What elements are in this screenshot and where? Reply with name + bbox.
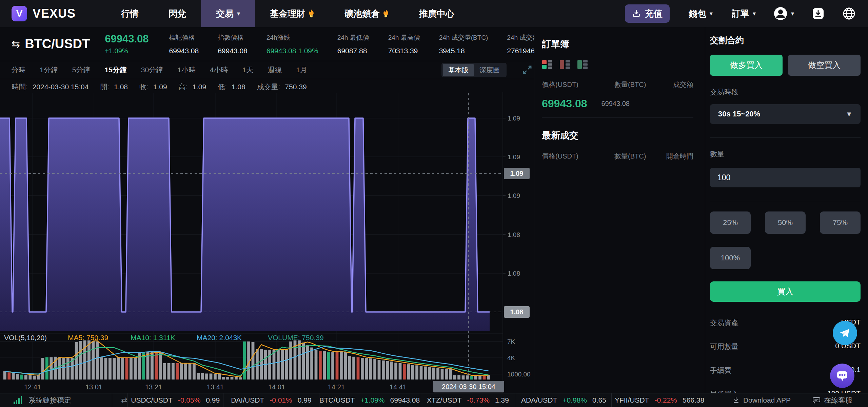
stat-value: 3945.18 bbox=[439, 47, 488, 55]
orderbook-col-header: 成交額 bbox=[646, 80, 693, 89]
brand-logo-icon[interactable]: V bbox=[12, 6, 27, 21]
percent-buttons: 25%50%75%100% bbox=[710, 211, 861, 269]
chevron-down-icon: ▾ bbox=[753, 10, 756, 17]
timeframe-30分鐘[interactable]: 30分鐘 bbox=[134, 65, 170, 75]
timeframe-1分鐘[interactable]: 1分鐘 bbox=[33, 65, 65, 75]
chart-mode-toggle: 基本版 深度圖 bbox=[441, 63, 507, 77]
price-change: +1.09% bbox=[105, 47, 149, 55]
percent-button-25[interactable]: 25% bbox=[710, 211, 751, 234]
buy-button[interactable]: 買入 bbox=[710, 281, 861, 302]
nav-item-5[interactable]: 礦池鎖倉 bbox=[330, 0, 404, 27]
ticker-DAI/USDT[interactable]: DAI/USDT-0.01%0.99 bbox=[223, 393, 319, 407]
svg-text:VOLUME: 750.39: VOLUME: 750.39 bbox=[268, 334, 324, 341]
svg-text:VOL(5,10,20): VOL(5,10,20) bbox=[4, 334, 47, 341]
trade-info-label: 交易資產 bbox=[710, 318, 738, 328]
orderbook-mark-price: 69943.08 bbox=[601, 100, 629, 108]
stat-label: 24h 成交量(BTC) bbox=[439, 33, 488, 42]
mode-depth-chip[interactable]: 深度圖 bbox=[474, 64, 505, 76]
ohlc-item: 時間: 2024-03-30 15:04 bbox=[12, 82, 88, 92]
online-support-link[interactable]: 在線客服 bbox=[812, 395, 852, 405]
wallet-menu[interactable]: 錢包▾ bbox=[689, 8, 713, 20]
percent-button-75[interactable]: 75% bbox=[820, 211, 861, 234]
ticker-price: 0.99 bbox=[206, 396, 220, 404]
ohlc-item: 收: 1.09 bbox=[139, 82, 167, 92]
svg-text:1.08: 1.08 bbox=[508, 231, 520, 238]
orderbook-panel: 訂單簿 價格(USDT)數量(BTC)成交額 69943.08 69943.08… bbox=[534, 27, 705, 393]
app-window: V VEXUS 行情閃兌交易▾基金理財礦池鎖倉推廣中心 充值 錢包▾ 訂單▾ ▾… bbox=[0, 0, 868, 407]
market-stat: 指數價格69943.08 bbox=[218, 33, 248, 55]
ticker-USDC/USDT[interactable]: USDC/USDT-0.05%0.99 bbox=[127, 393, 223, 407]
timeframe-1月[interactable]: 1月 bbox=[289, 65, 314, 75]
long-buy-button[interactable]: 做多買入 bbox=[710, 55, 783, 76]
nav-item-1[interactable]: 行情 bbox=[106, 0, 154, 27]
timeframe-週線[interactable]: 週線 bbox=[260, 65, 289, 75]
ticker-pair: YFII/USDT bbox=[615, 396, 649, 404]
orderbook-last-price: 69943.08 bbox=[542, 97, 587, 110]
ticker-YFII/USDT[interactable]: YFII/USDT-0.22%566.38 bbox=[611, 393, 707, 407]
ticker-BTC/USDT[interactable]: BTC/USDT+1.09%69943.08 bbox=[319, 393, 420, 407]
chart-panel: 分時1分鐘5分鐘15分鐘30分鐘1小時4小時1天週線1月 基本版 深度圖 時間:… bbox=[0, 61, 534, 393]
nav-item-3[interactable]: 交易▾ bbox=[201, 0, 255, 27]
svg-text:2024-03-30 15:04: 2024-03-30 15:04 bbox=[442, 383, 495, 390]
nav-item-6[interactable]: 推廣中心 bbox=[404, 0, 469, 27]
fullscreen-icon[interactable] bbox=[522, 65, 532, 75]
ticker-change: -0.01% bbox=[270, 396, 292, 404]
recent-trades-title: 最新成交 bbox=[542, 129, 693, 142]
ticker-price: 566.38 bbox=[683, 396, 704, 404]
svg-text:MA5: 750.39: MA5: 750.39 bbox=[68, 334, 108, 341]
ob-view-bids-icon[interactable] bbox=[577, 59, 588, 70]
amount-input[interactable]: 100 bbox=[710, 168, 861, 187]
timeframe-5分鐘[interactable]: 5分鐘 bbox=[65, 65, 98, 75]
svg-text:14:41: 14:41 bbox=[390, 383, 407, 391]
ticker-XTZ/USDT[interactable]: XTZ/USDT-0.73%1.39 bbox=[420, 393, 516, 407]
download-app-link[interactable]: Download APP bbox=[732, 396, 791, 404]
globe-icon bbox=[842, 7, 856, 20]
swap-pair-icon[interactable]: ⇆ bbox=[12, 38, 20, 50]
ob-view-asks-icon[interactable] bbox=[559, 59, 570, 70]
download-app-button[interactable] bbox=[812, 7, 825, 20]
ohlc-info-row: 時間: 2024-03-30 15:04開: 1.08收: 1.09高: 1.0… bbox=[12, 82, 318, 92]
deposit-button[interactable]: 充值 bbox=[625, 4, 670, 23]
percent-button-50[interactable]: 50% bbox=[765, 211, 806, 234]
svg-text:4K: 4K bbox=[507, 354, 515, 362]
download-icon bbox=[732, 396, 740, 404]
nav-item-label: 基金理財 bbox=[270, 8, 305, 20]
telegram-float-button[interactable] bbox=[833, 321, 857, 345]
chat-icon bbox=[812, 396, 821, 404]
svg-text:1.09: 1.09 bbox=[508, 192, 520, 199]
svg-text:1.08: 1.08 bbox=[508, 270, 520, 277]
timeframe-分時[interactable]: 分時 bbox=[4, 65, 33, 75]
nav-item-4[interactable]: 基金理財 bbox=[255, 0, 330, 27]
svg-text:13:01: 13:01 bbox=[85, 383, 102, 391]
ticker-pair: BTC/USDT bbox=[319, 396, 355, 404]
ob-view-both-icon[interactable] bbox=[542, 59, 553, 70]
account-menu[interactable]: ▾ bbox=[773, 6, 794, 21]
short-buy-button[interactable]: 做空買入 bbox=[788, 55, 861, 76]
period-select[interactable]: 30s 15~20% ▼ bbox=[710, 104, 861, 124]
percent-button-100[interactable]: 100% bbox=[710, 247, 751, 269]
timeframe-15分鐘[interactable]: 15分鐘 bbox=[97, 65, 134, 75]
ticker-change: -0.22% bbox=[654, 396, 677, 404]
price-volume-chart[interactable]: 7K4K1000.00VOL(5,10,20)MA5: 750.39MA10: … bbox=[0, 92, 534, 393]
period-value: 30s 15~20% bbox=[718, 110, 846, 118]
timeframe-1小時[interactable]: 1小時 bbox=[170, 65, 203, 75]
nav-item-2[interactable]: 閃兌 bbox=[154, 0, 201, 27]
trade-panel-title: 交割合約 bbox=[710, 35, 861, 46]
orderbook-col-header: 數量(BTC) bbox=[599, 80, 646, 89]
language-button[interactable] bbox=[842, 7, 856, 20]
chevron-down-icon: ▾ bbox=[237, 10, 240, 17]
ohlc-item: 低: 1.08 bbox=[218, 82, 245, 92]
ticker-price: 1.39 bbox=[495, 396, 509, 404]
customer-service-float-button[interactable] bbox=[830, 364, 854, 388]
ticker-ADA/USDT[interactable]: ADA/USDT+0.98%0.65 bbox=[516, 393, 612, 407]
market-stat: 24h 成交量(BTC)3945.18 bbox=[439, 33, 488, 55]
timeframe-4小時[interactable]: 4小時 bbox=[203, 65, 235, 75]
orders-menu[interactable]: 訂單▾ bbox=[732, 8, 756, 20]
timeframe-1天[interactable]: 1天 bbox=[235, 65, 260, 75]
ticker-scroll-icon[interactable]: ⇄ bbox=[112, 393, 127, 407]
svg-text:1.09: 1.09 bbox=[508, 115, 520, 122]
mode-basic-chip[interactable]: 基本版 bbox=[443, 64, 474, 76]
orderbook-headers: 價格(USDT)數量(BTC)成交額 bbox=[542, 80, 693, 89]
recent-trades-headers: 價格(USDT)數量(BTC)開倉時間 bbox=[542, 152, 693, 161]
stat-value: 69943.08 bbox=[169, 47, 199, 55]
